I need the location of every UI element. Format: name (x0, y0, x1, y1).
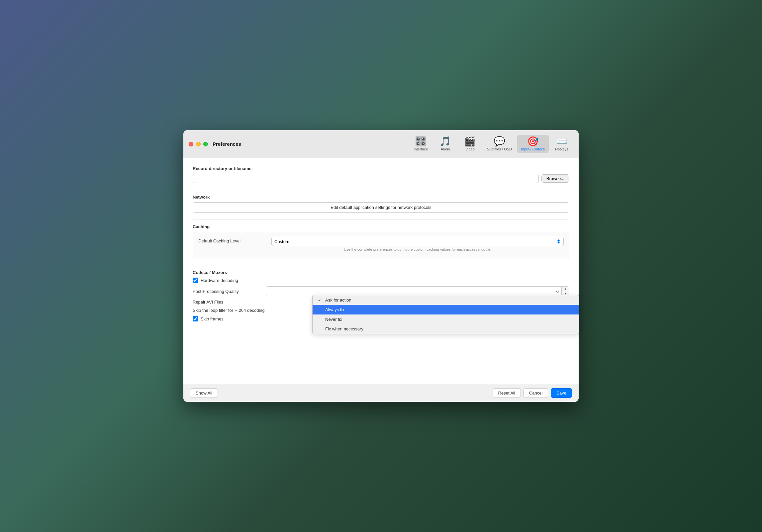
video-icon: 🎬 (464, 137, 476, 146)
titlebar: Preferences 🎛️ Interface 🎵 Audio 🎬 Video… (183, 130, 579, 158)
toolbar-item-audio[interactable]: 🎵 Audio (434, 135, 457, 153)
hardware-decoding-label: Hardware decoding (201, 278, 238, 283)
toolbar-label-subtitles: Subtitles / OSD (487, 147, 512, 151)
divider-2 (193, 219, 569, 220)
reset-all-button[interactable]: Reset All (493, 388, 521, 398)
content-area: Record directory or filename Browse... N… (183, 158, 579, 384)
repair-avi-label: Repair AVI Files (193, 300, 266, 305)
toolbar-label-hotkeys: Hotkeys (555, 147, 568, 151)
check-ask-icon: ✓ (318, 298, 323, 303)
caching-section-label: Caching (193, 224, 569, 229)
toolbar-item-interface[interactable]: 🎛️ Interface (409, 135, 432, 153)
close-button[interactable] (189, 142, 193, 146)
toolbar-label-audio: Audio (441, 147, 450, 151)
divider-3 (193, 265, 569, 265)
divider-1 (193, 190, 569, 190)
footer: Show All Reset All Cancel Save (183, 384, 579, 402)
skip-frames-checkbox[interactable] (193, 316, 198, 321)
dropdown-item-always[interactable]: Always fix (313, 305, 579, 314)
toolbar-item-input[interactable]: 🎯 Input / Codecs (517, 135, 549, 153)
dropdown-label-always: Always fix (325, 307, 344, 312)
caching-select-value: Custom (274, 239, 289, 244)
footer-left: Show All (190, 388, 218, 398)
dropdown-item-ask[interactable]: ✓ Ask for action (313, 295, 579, 305)
cancel-button[interactable]: Cancel (524, 388, 548, 398)
caching-box: Default Caching Level Custom ⬍ Use the c… (193, 232, 569, 258)
network-section: Network Edit default application setting… (193, 195, 569, 213)
dropdown-item-fix-when[interactable]: Fix when necessary (313, 324, 579, 334)
dropdown-label-never: Never fix (325, 317, 342, 322)
toolbar-item-hotkeys[interactable]: ⌨️ Hotkeys (550, 135, 573, 153)
stepper-up-button[interactable]: ▲ (562, 287, 569, 291)
post-processing-label: Post-Processing Quality (193, 289, 266, 294)
hardware-decoding-checkbox[interactable] (193, 278, 198, 283)
caching-select-wrapper: Custom ⬍ Use the complete preferences to… (271, 237, 564, 251)
dropdown-label-fix-when: Fix when necessary (325, 326, 363, 331)
stepper-buttons: ▲ ▼ (561, 287, 569, 296)
toolbar: 🎛️ Interface 🎵 Audio 🎬 Video 💬 Subtitles… (241, 135, 573, 153)
post-processing-input[interactable] (266, 287, 561, 296)
network-protocols-button[interactable]: Edit default application settings for ne… (193, 202, 569, 213)
traffic-lights (189, 142, 208, 146)
codecs-section-label: Codecs / Muxers (193, 270, 569, 275)
record-section: Record directory or filename Browse... (193, 166, 569, 183)
toolbar-label-interface: Interface (414, 147, 428, 151)
preferences-window: Preferences 🎛️ Interface 🎵 Audio 🎬 Video… (183, 130, 579, 402)
save-button[interactable]: Save (551, 388, 572, 398)
minimize-button[interactable] (196, 142, 201, 146)
interface-icon: 🎛️ (415, 137, 427, 146)
record-row: Browse... (193, 174, 569, 183)
network-section-label: Network (193, 195, 569, 200)
caching-hint: Use the complete preferences to configur… (271, 247, 564, 251)
subtitles-icon: 💬 (494, 137, 505, 146)
maximize-button[interactable] (203, 142, 208, 146)
show-all-button[interactable]: Show All (190, 388, 218, 398)
caching-section: Caching Default Caching Level Custom ⬍ U… (193, 224, 569, 258)
default-caching-label: Default Caching Level (198, 237, 271, 243)
caching-select[interactable]: Custom ⬍ (271, 237, 564, 246)
audio-icon: 🎵 (439, 137, 451, 146)
toolbar-item-video[interactable]: 🎬 Video (458, 135, 482, 153)
input-icon: 🎯 (527, 137, 539, 146)
skip-loop-label: Skip the loop filter for H.264 decoding (193, 308, 266, 313)
toolbar-label-input: Input / Codecs (521, 147, 545, 151)
window-title: Preferences (213, 141, 241, 147)
record-input[interactable] (193, 174, 539, 183)
footer-right: Reset All Cancel Save (493, 388, 572, 398)
hotkeys-icon: ⌨️ (556, 137, 568, 146)
dropdown-item-never[interactable]: Never fix (313, 314, 579, 324)
hardware-decoding-row: Hardware decoding (193, 278, 569, 283)
caching-chevron-icon: ⬍ (556, 238, 561, 245)
toolbar-label-video: Video (465, 147, 475, 151)
repair-avi-dropdown: ✓ Ask for action Always fix Never fix Fi… (312, 295, 579, 334)
caching-select-row: Default Caching Level Custom ⬍ Use the c… (198, 237, 564, 251)
skip-frames-label: Skip frames (201, 316, 224, 321)
browse-button[interactable]: Browse... (541, 174, 569, 183)
record-section-label: Record directory or filename (193, 166, 569, 171)
dropdown-label-ask: Ask for action (325, 298, 351, 303)
toolbar-item-subtitles[interactable]: 💬 Subtitles / OSD (483, 135, 516, 153)
